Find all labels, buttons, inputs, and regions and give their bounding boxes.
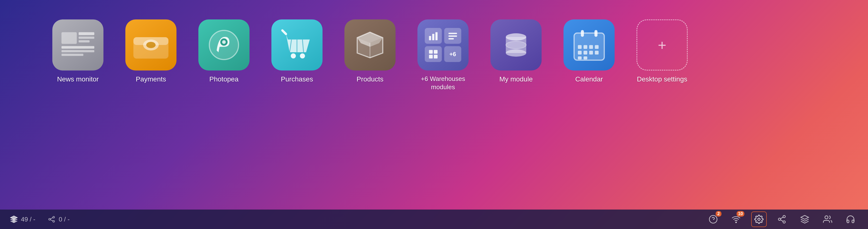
- products-icon: [344, 20, 396, 70]
- status-bar: 49 / - 0 / - 2: [0, 209, 868, 229]
- svg-line-55: [51, 220, 53, 221]
- calendar-icon: [563, 20, 615, 70]
- headset-button[interactable]: [843, 211, 858, 227]
- products-label: Products: [356, 75, 383, 84]
- svg-rect-48: [584, 56, 587, 59]
- connections-icon: [48, 215, 56, 223]
- desktop-settings-label: Desktop settings: [637, 75, 687, 84]
- svg-line-64: [781, 217, 783, 219]
- warehouse-mini-3: [425, 46, 442, 62]
- svg-rect-42: [595, 45, 598, 49]
- svg-rect-50: [594, 30, 597, 37]
- wifi-badge: 10: [737, 211, 744, 217]
- calendar-label: Calendar: [575, 75, 603, 84]
- svg-rect-41: [589, 45, 593, 49]
- warehouse-plus-label: +6: [444, 46, 461, 62]
- app-item-payments[interactable]: Payments: [122, 20, 180, 91]
- svg-marker-65: [801, 216, 809, 219]
- svg-point-66: [825, 216, 828, 219]
- my-module-icon: [491, 20, 541, 70]
- svg-rect-3: [79, 40, 90, 42]
- svg-point-18: [300, 54, 305, 59]
- svg-rect-30: [429, 55, 433, 58]
- svg-rect-5: [62, 50, 94, 52]
- svg-point-13: [222, 40, 226, 44]
- users-icon: [823, 215, 832, 224]
- payments-icon: [125, 20, 177, 70]
- app-grid: News monitor Payments: [0, 0, 868, 111]
- svg-rect-45: [589, 51, 593, 55]
- warehouse-mini-1: [425, 28, 442, 44]
- svg-line-54: [51, 218, 53, 219]
- status-bar-left: 49 / - 0 / -: [10, 215, 70, 223]
- svg-point-10: [146, 42, 156, 48]
- app-item-purchases[interactable]: Purchases: [268, 20, 326, 91]
- warehouse-mini-2: [444, 28, 461, 44]
- warehouses-label: +6 Warehousesmodules: [421, 75, 465, 91]
- svg-point-35: [506, 41, 526, 48]
- headset-icon: [846, 215, 855, 224]
- news-monitor-icon: [52, 20, 103, 70]
- add-icon: +: [658, 37, 666, 54]
- svg-point-34: [506, 50, 526, 57]
- app-item-products[interactable]: Products: [341, 20, 399, 91]
- svg-point-61: [778, 218, 781, 221]
- layers-status: 49 / -: [10, 215, 35, 223]
- svg-point-62: [783, 221, 785, 223]
- status-bar-right: 2 10: [705, 211, 858, 227]
- svg-rect-43: [578, 51, 582, 55]
- svg-rect-29: [434, 50, 437, 54]
- help-button[interactable]: 2: [705, 211, 721, 227]
- svg-point-51: [49, 218, 51, 220]
- svg-rect-2: [79, 37, 94, 39]
- photopea-icon-bg: [198, 20, 249, 70]
- svg-rect-39: [578, 45, 582, 49]
- svg-rect-22: [429, 36, 431, 40]
- news-monitor-label: News monitor: [57, 75, 99, 84]
- svg-rect-23: [432, 34, 434, 40]
- wifi-button[interactable]: 10: [728, 211, 744, 227]
- warehouses-icon: +6: [417, 20, 469, 70]
- gear-icon: [754, 215, 764, 224]
- svg-rect-26: [448, 35, 457, 37]
- app-item-news-monitor[interactable]: News monitor: [49, 20, 107, 91]
- app-item-photopea[interactable]: Photopea: [195, 20, 253, 91]
- layers-icon: [10, 215, 18, 223]
- share-icon: [777, 215, 786, 224]
- svg-rect-46: [595, 51, 598, 55]
- layers-count: 49 / -: [21, 216, 35, 223]
- photopea-label: Photopea: [209, 75, 239, 84]
- svg-rect-25: [448, 33, 457, 34]
- svg-rect-40: [584, 45, 587, 49]
- app-item-my-module[interactable]: My module: [487, 20, 545, 91]
- settings-button[interactable]: [751, 211, 767, 227]
- svg-rect-44: [584, 51, 587, 55]
- desktop-settings-icon: +: [637, 20, 688, 70]
- app-item-warehouses[interactable]: +6 +6 Warehousesmodules: [414, 20, 472, 91]
- users-button[interactable]: [820, 211, 835, 227]
- app-item-desktop-settings[interactable]: + Desktop settings: [633, 20, 691, 91]
- svg-rect-1: [79, 32, 94, 35]
- app-item-calendar[interactable]: Calendar: [560, 20, 618, 91]
- svg-rect-31: [434, 55, 437, 58]
- payments-label: Payments: [136, 75, 166, 84]
- my-module-label: My module: [499, 75, 533, 84]
- svg-point-56: [709, 216, 717, 223]
- connections-status: 0 / -: [48, 215, 70, 223]
- layers2-button[interactable]: [797, 211, 812, 227]
- layers2-icon: [800, 215, 809, 224]
- purchases-icon: [271, 20, 322, 70]
- svg-point-59: [758, 218, 760, 221]
- purchases-label: Purchases: [281, 75, 313, 84]
- svg-point-58: [736, 222, 736, 223]
- share-button[interactable]: [774, 211, 789, 227]
- svg-rect-24: [435, 32, 438, 40]
- connections-count: 0 / -: [59, 216, 70, 223]
- svg-point-17: [291, 54, 296, 59]
- svg-rect-6: [62, 54, 84, 56]
- svg-rect-0: [62, 32, 77, 44]
- svg-rect-49: [581, 30, 584, 37]
- app-desktop: News monitor Payments: [0, 0, 868, 111]
- svg-line-63: [781, 220, 783, 221]
- svg-rect-27: [448, 38, 454, 39]
